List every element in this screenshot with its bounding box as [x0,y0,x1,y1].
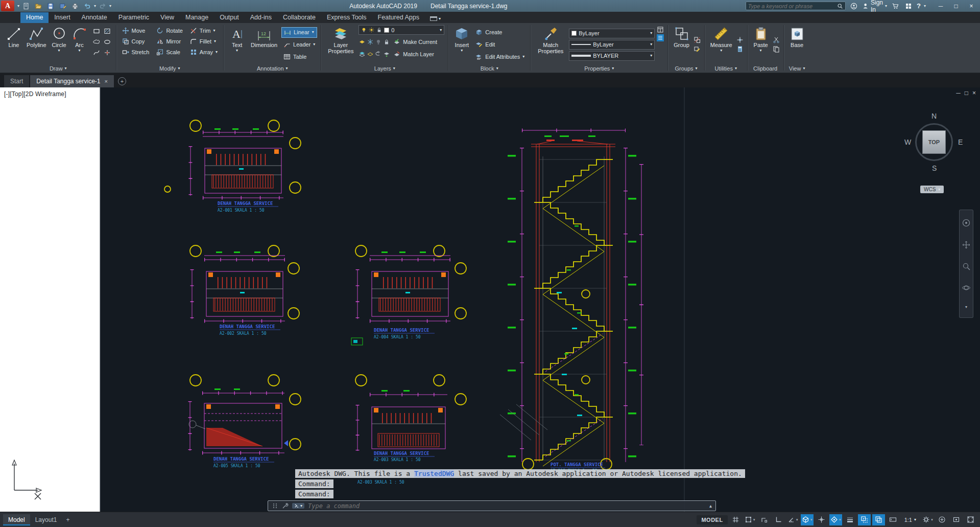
make-current-button[interactable]: Make Current [391,36,439,47]
layer-walk-button[interactable] [358,51,366,58]
copy-clip-button[interactable] [773,45,780,53]
full-navigation-wheel-icon[interactable] [962,218,971,227]
ribbon-tab-home[interactable]: Home [20,12,49,23]
navbar-more-caret-icon[interactable]: ▾ [965,305,967,309]
undo-button[interactable] [82,1,93,11]
open-drawing-button[interactable] [33,1,44,11]
point-tool-button[interactable] [102,48,112,58]
trim-tool-button[interactable]: Trim▾ [188,25,220,36]
rotate-tool-button[interactable]: Rotate [154,25,184,36]
ribbon-tab-featured-apps[interactable]: Featured Apps [372,12,425,23]
panel-label-annotation[interactable]: Annotation▾ [224,64,321,73]
scale-tool-button[interactable]: Scale [154,47,184,57]
base-view-button[interactable]: Base [787,25,807,64]
layer-properties-button[interactable]: Layer Properties [325,25,356,64]
polar-tracking-toggle[interactable]: ▾ [786,514,799,525]
panel-label-block[interactable]: Block▾ [448,64,530,73]
ribbon-tab-output[interactable]: Output [214,12,245,23]
search-box[interactable] [746,2,846,10]
id-point-button[interactable] [736,36,744,43]
wcs-selector[interactable]: WCS▾ [920,186,944,193]
line-tool-button[interactable]: Line [4,25,23,64]
dynamic-input-toggle[interactable] [887,514,899,525]
copy-tool-button[interactable]: Copy [120,36,152,47]
edit-attributes-button[interactable]: Edit Attributes▾ [473,52,527,62]
spline-tool-button[interactable] [91,48,102,58]
panel-label-draw[interactable]: Draw▾ [1,64,116,73]
fillet-tool-button[interactable]: Fillet▾ [188,36,220,47]
panel-label-groups[interactable]: Groups▾ [668,64,704,73]
grid-display-toggle[interactable] [729,514,742,525]
circle-tool-button[interactable]: Circle ▾ [50,25,69,64]
lineweight-display-toggle[interactable] [844,514,856,525]
save-as-button[interactable] [57,1,68,11]
drawing-restore-button[interactable]: □ [965,89,968,97]
undo-caret-icon[interactable]: ▾ [94,4,96,8]
move-tool-button[interactable]: Move [120,25,152,36]
window-close-button[interactable]: × [964,0,979,12]
redo-button[interactable] [97,1,108,11]
lineweight-dropdown[interactable]: BYLAYER▾ [569,51,655,61]
command-history-expand-button[interactable]: ▴ [709,503,712,509]
search-icon[interactable] [837,3,843,9]
measure-button[interactable]: Measure ▾ [708,25,734,64]
layer-freeze-button[interactable] [367,38,374,45]
table-tool-button[interactable]: Table [281,52,317,62]
ribbon-display-toggle[interactable]: ▾ [430,16,441,23]
zoom-icon[interactable] [962,262,971,271]
command-input-bar[interactable]: ▾ ▴ [268,500,716,511]
new-drawing-tab-button[interactable]: + [118,77,126,85]
model-space-indicator[interactable]: MODEL [697,515,727,524]
panel-label-clipboard[interactable]: Clipboard [748,64,783,73]
layout1-tab[interactable]: Layout1 [30,514,62,525]
window-maximize-button[interactable]: □ [948,0,964,12]
autodesk-account-button[interactable] [849,1,859,11]
ribbon-tab-manage[interactable]: Manage [180,12,214,23]
panel-label-modify[interactable]: Modify▾ [116,64,224,73]
object-snap-toggle[interactable]: ▾ [829,514,842,525]
sign-in-button[interactable]: Sign In ▾ [862,0,887,13]
ribbon-tab-insert[interactable]: Insert [49,12,76,23]
save-button[interactable] [45,1,56,11]
layer-previous-button[interactable] [375,51,382,58]
stretch-tool-button[interactable]: Stretch [120,47,152,57]
linetype-dropdown[interactable]: ByLayer▾ [569,40,655,50]
navigation-bar[interactable]: ▾ [959,210,973,318]
panel-label-layers[interactable]: Layers▾ [321,64,448,73]
help-button[interactable]: ? [917,2,921,10]
group-edit-button[interactable] [694,45,701,53]
pan-icon[interactable] [962,240,971,249]
insert-block-button[interactable]: Insert ▾ [452,25,471,64]
help-caret-icon[interactable]: ▾ [924,4,926,8]
ribbon-tab-view[interactable]: View [155,12,180,23]
linear-dimension-button[interactable]: Linear▾ [281,27,317,38]
command-input[interactable] [308,502,706,510]
create-block-button[interactable]: Create [473,27,527,38]
workspace-switching-button[interactable]: ▾ [921,514,934,525]
viewcube-east-label[interactable]: E [958,138,963,146]
panel-label-utilities[interactable]: Utilities▾ [705,64,747,73]
properties-palette-button[interactable] [657,26,664,33]
revision-cloud-tool-button[interactable] [91,37,102,47]
viewcube-top-face[interactable]: TOP [922,130,946,154]
file-tab-document[interactable]: Detail Tangga service-1× [30,75,114,87]
command-grip-icon[interactable] [272,502,278,509]
annotation-scale-button[interactable]: 1:1▾ [901,515,920,524]
infer-constraints-toggle[interactable] [758,514,771,525]
viewcube-south-label[interactable]: S [932,164,937,172]
layer-select-dropdown[interactable]: 0 ▾ [358,25,444,35]
isolate-objects-button[interactable] [950,514,963,525]
rectangle-tool-button[interactable] [91,26,102,36]
search-input[interactable] [748,3,837,9]
command-prompt-chip[interactable]: ▾ [292,503,304,509]
layer-isolate-button[interactable] [358,38,366,45]
ungroup-button[interactable] [694,36,701,43]
drawing-minimize-button[interactable]: ─ [956,89,961,97]
viewport-controls[interactable]: [-][Top][2D Wireframe] [4,90,66,98]
ribbon-tab-addins[interactable]: Add-ins [245,12,277,23]
panel-label-view[interactable]: View▾ [784,64,810,73]
viewcube-north-label[interactable]: N [931,112,937,120]
cad-drawing[interactable]: .rd{stroke:#d63428;fill:none;stroke-widt… [0,87,980,512]
match-properties-button[interactable]: Match Properties [534,25,567,64]
window-minimize-button[interactable]: ─ [933,0,948,12]
